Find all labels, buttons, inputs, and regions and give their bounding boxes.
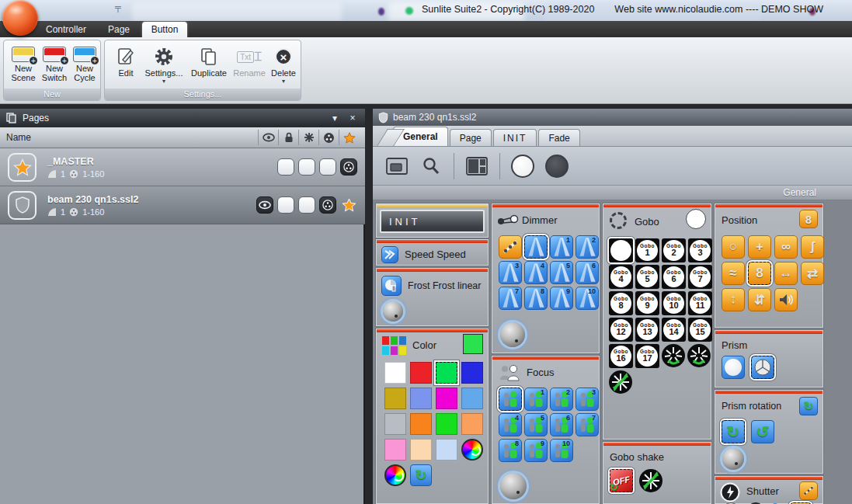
position-pan2-button[interactable]: ⇄	[801, 262, 824, 285]
dimmer-button[interactable]: 3	[499, 261, 522, 284]
tab-button[interactable]: Button	[142, 22, 187, 37]
toggle-button[interactable]	[298, 196, 315, 214]
prism-rotation-knob[interactable]	[722, 448, 744, 470]
prism-rotate-ccw-button[interactable]: ↺	[751, 420, 774, 443]
dimmer-button[interactable]: 4	[524, 261, 548, 284]
star-toggle-button[interactable]	[340, 196, 357, 214]
gobo-button[interactable]: Gobo13	[635, 318, 659, 342]
pages-collapse-icon[interactable]: ▾	[329, 113, 341, 123]
color-swatch[interactable]	[384, 388, 406, 409]
dimmer-button-selected[interactable]	[524, 235, 548, 259]
focus-button[interactable]: 9	[524, 439, 548, 462]
color-swatch[interactable]	[410, 439, 432, 461]
color-swatch[interactable]	[384, 413, 406, 435]
position-center-button[interactable]: +	[748, 235, 771, 259]
gobo-button[interactable]: Gobo16	[609, 344, 633, 368]
focus-button[interactable]: 6	[550, 413, 573, 436]
dimmer-button[interactable]: 2	[576, 235, 599, 259]
focus-button-selected[interactable]	[499, 388, 522, 411]
toggle-button[interactable]	[298, 158, 315, 176]
new-cycle-button[interactable]: + New Cycle	[71, 47, 99, 82]
speed-icon[interactable]	[381, 246, 398, 263]
init-button[interactable]: INIT	[380, 210, 485, 233]
dark-circle-button[interactable]	[545, 155, 569, 178]
duplicate-button[interactable]: Duplicate	[187, 47, 231, 78]
color-swatch[interactable]	[384, 439, 406, 461]
zoom-icon[interactable]	[419, 155, 443, 178]
eye-column-icon[interactable]	[258, 130, 278, 145]
gobo-index-button[interactable]	[609, 370, 632, 394]
tab-init[interactable]: INIT	[493, 129, 537, 146]
gobo-button[interactable]: Gobo17	[635, 344, 659, 368]
prism-3facet-button-selected[interactable]	[751, 356, 774, 379]
dimmer-button[interactable]: 7	[499, 287, 522, 310]
gobo-button[interactable]: Gobo15	[688, 318, 712, 342]
gobo-shake-off-button[interactable]: OFF ↻	[610, 469, 633, 492]
color-swatch[interactable]	[410, 362, 432, 384]
focus-button[interactable]: 2	[550, 388, 573, 411]
color-wheel-button[interactable]	[384, 464, 406, 486]
focus-button[interactable]: 8	[499, 439, 522, 462]
color-swatch[interactable]	[461, 362, 483, 384]
color-swatch[interactable]	[410, 388, 432, 409]
delete-button[interactable]: × Delete ▾	[268, 47, 299, 84]
color-swatch[interactable]	[436, 413, 457, 435]
gobo-button[interactable]: Gobo12	[609, 318, 633, 342]
dimmer-knob[interactable]	[500, 322, 525, 347]
toggle-button[interactable]	[277, 196, 294, 214]
star-column-icon[interactable]	[339, 130, 359, 145]
frost-icon[interactable]	[381, 276, 402, 296]
gobo-rotate-ccw-button[interactable]	[687, 344, 711, 367]
position-rings-button[interactable]: ∞	[774, 235, 798, 259]
gobo-button[interactable]: Gobo2	[662, 238, 686, 262]
gobo-button[interactable]: Gobo3	[688, 238, 712, 262]
gobo-button[interactable]: Gobo1	[635, 238, 659, 262]
focus-button[interactable]: 7	[576, 413, 599, 436]
gobo-open-button-selected[interactable]	[609, 238, 633, 262]
delete-dropdown-arrow-icon[interactable]: ▾	[282, 79, 285, 84]
compression-view-icon[interactable]	[385, 155, 409, 178]
color-swatch[interactable]	[461, 388, 483, 409]
dmx-toggle-button[interactable]	[340, 158, 357, 176]
color-wheel-button[interactable]	[461, 439, 483, 461]
new-switch-button[interactable]: + New Switch	[40, 47, 69, 82]
rename-button[interactable]: Txt ⌶ Rename	[232, 47, 266, 78]
dimmer-button[interactable]: 9	[550, 287, 573, 310]
gobo-button[interactable]: Gobo10	[662, 291, 686, 315]
frost-knob[interactable]	[383, 301, 403, 322]
settings-button[interactable]: Settings... ▾	[142, 47, 186, 84]
dimmer-button[interactable]: 8	[524, 287, 548, 310]
gobo-button[interactable]: Gobo4	[609, 265, 633, 289]
tab-page[interactable]: Page	[450, 129, 492, 146]
dmx-column-icon[interactable]	[318, 130, 339, 145]
page-row-master[interactable]: _MASTER 1 1-160	[0, 148, 365, 186]
gobo-button[interactable]: Gobo11	[688, 291, 712, 315]
eye-toggle-button[interactable]	[256, 196, 273, 214]
focus-button[interactable]: 1	[524, 388, 548, 411]
color-swatch[interactable]	[436, 388, 457, 409]
gobo-button[interactable]: Gobo7	[688, 265, 712, 289]
position-pan-button[interactable]: ↔	[774, 262, 798, 285]
settings-dropdown-arrow-icon[interactable]: ▾	[162, 79, 165, 84]
tab-controller[interactable]: Controller	[37, 21, 95, 37]
shutter-corner-button[interactable]	[799, 481, 818, 500]
focus-knob[interactable]	[500, 473, 527, 499]
toggle-button[interactable]	[277, 158, 294, 176]
dmx-toggle-button[interactable]	[319, 196, 336, 214]
quick-access-arrow-icon[interactable]: ╤	[115, 2, 121, 12]
page-row-beam[interactable]: beam 230 qn1s.ssl2 1 1-160	[0, 186, 365, 224]
gobo-button[interactable]: Gobo9	[635, 291, 659, 315]
position-tilt-button[interactable]: ↕	[722, 288, 745, 311]
color-swatch[interactable]	[384, 362, 406, 384]
position-corner-button[interactable]: 8	[799, 210, 818, 228]
tab-page[interactable]: Page	[101, 21, 137, 37]
focus-button[interactable]: 3	[576, 388, 599, 411]
position-sound-button[interactable]	[774, 288, 798, 311]
focus-button[interactable]: 10	[550, 439, 573, 462]
position-eight-button-selected[interactable]: 8	[748, 262, 771, 285]
dimmer-button[interactable]: 5	[550, 261, 573, 284]
color-swatch[interactable]	[410, 413, 432, 435]
prism-rotate-cw-button-selected[interactable]: ↻	[722, 420, 745, 443]
gobo-rotate-cw-button[interactable]	[662, 344, 685, 367]
edit-button[interactable]: Edit	[113, 47, 139, 78]
